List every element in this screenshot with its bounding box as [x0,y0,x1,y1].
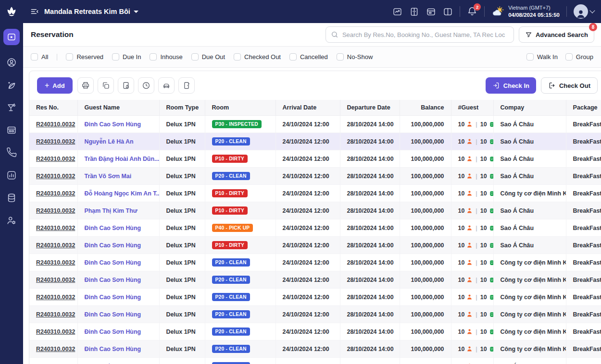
res-no-link[interactable]: R240310.0032 [36,173,75,180]
guest-name-link[interactable]: Đinh Cao Sơn Hùng [85,346,141,352]
res-no-link[interactable]: R240310.0032 [36,138,75,145]
sidebar-collapse-icon[interactable] [30,7,39,16]
sidebar-item-call-center[interactable] [6,147,17,158]
advanced-search-button[interactable]: Advanced Search 8 [519,26,594,43]
sidebar-item-food-beverage[interactable] [6,102,17,113]
column-header[interactable]: Departure Date [340,100,400,116]
filter-due-out[interactable]: Due Out [191,53,225,61]
guest-name-link[interactable]: Đinh Cao Sơn Hùng [85,294,141,301]
split-view-icon[interactable] [443,7,453,17]
filter-checked-out[interactable]: Checked Out [234,53,281,61]
column-header[interactable]: Res No. [29,100,77,116]
checkbox[interactable] [31,53,38,61]
column-header[interactable]: Package [566,100,601,116]
check-out-button[interactable]: Check Out [541,77,598,94]
check-in-button[interactable]: Check In [486,77,536,94]
guest-name-link[interactable]: Đinh Cao Sơn Hùng [85,121,141,128]
table-row[interactable]: R240310.0032 Đỗ Hoàng Ngọc Kim An T... D… [29,185,601,202]
table-row[interactable]: R240310.0032 Đinh Cao Sơn Hùng Delux 1PN… [29,254,601,271]
add-button[interactable]: + Add [37,77,73,94]
column-header[interactable]: #Guest [451,100,493,116]
guest-name-link[interactable]: Đinh Cao Sơn Hùng [85,242,141,249]
registration-card-button[interactable] [118,77,134,94]
res-no-link[interactable]: R240310.0032 [36,277,75,283]
checkbox[interactable] [289,53,297,61]
res-no-link[interactable]: R240310.0032 [36,294,75,301]
res-no-link[interactable]: R240310.0032 [36,207,75,214]
table-row[interactable]: R240310.0032 Phạm Thị Kim Thư Delux 1PN … [29,202,601,219]
notifications-button[interactable]: 2 [467,6,477,17]
guest-name-link[interactable]: Đinh Cao Sơn Hùng [85,225,141,231]
checkbox[interactable] [234,53,241,61]
sidebar-item-spa[interactable] [6,80,17,90]
filter-due-in[interactable]: Due In [112,53,141,61]
column-header[interactable]: Room Type [159,100,205,116]
cash-register-icon[interactable] [426,7,436,17]
guest-name-link[interactable]: Trần Đặng Hoài Anh Dũn... [85,156,160,162]
column-header[interactable]: Balance [400,100,451,116]
column-header[interactable]: Room [205,100,275,116]
sidebar-item-reports[interactable] [6,170,17,181]
door-status-button[interactable] [178,77,195,94]
sidebar-item-guest-profile[interactable] [6,57,17,68]
guest-name-link[interactable]: Đỗ Hoàng Ngọc Kim An T... [85,190,160,197]
sidebar-item-pos-terminal[interactable] [6,125,17,135]
filter-all[interactable]: All [31,53,48,61]
guest-name-link[interactable]: Nguyễn Lê Hà An [85,138,134,145]
activity-icon[interactable] [392,7,402,17]
res-no-link[interactable]: R240310.0032 [36,156,75,162]
building-icon[interactable] [409,7,419,17]
filter-group[interactable]: Group [565,53,593,61]
checkbox[interactable] [526,53,534,61]
checkbox[interactable] [112,53,119,61]
table-row[interactable]: R240310.0032 Đinh Cao Sơn Hùng Delux 1PN… [29,289,601,306]
res-no-link[interactable]: R240310.0032 [36,328,75,335]
guest-name-link[interactable]: Trần Võ Sơn Mai [85,173,132,180]
checkbox[interactable] [191,53,199,61]
sidebar-item-user-admin[interactable] [6,215,17,226]
column-header[interactable]: Guest Name [77,100,159,116]
res-no-link[interactable]: R240310.0032 [36,242,75,249]
column-header[interactable]: Compay [493,100,566,116]
res-no-link[interactable]: R240310.0032 [36,346,75,352]
transport-button[interactable] [158,77,175,94]
sidebar-item-front-desk[interactable] [3,29,20,45]
res-no-link[interactable]: R240310.0032 [36,311,75,318]
checkbox[interactable] [337,53,344,61]
table-row[interactable]: R240310.0032 Võ Thị Hồng Phúc Tâm Vân De… [29,358,601,364]
table-row[interactable]: R240310.0032 Trần Đặng Hoài Anh Dũn... D… [29,150,601,168]
table-row[interactable]: R240310.0032 Nguyễn Lê Hà An Delux 1PN P… [29,133,601,150]
filter-no-show[interactable]: No-Show [337,53,373,61]
filter-inhouse[interactable]: Inhouse [150,53,182,61]
property-selector[interactable]: Mandala Retreats Kim Bôi [44,8,138,15]
guest-name-link[interactable]: Đinh Cao Sơn Hùng [85,259,141,266]
filter-cancelled[interactable]: Cancelled [289,53,328,61]
res-no-link[interactable]: R240310.0032 [36,259,75,266]
table-row[interactable]: R240310.0032 Đinh Cao Sơn Hùng Delux 1PN… [29,271,601,289]
print-button[interactable] [77,77,94,94]
checkbox[interactable] [150,53,157,61]
checkbox[interactable] [565,53,573,61]
table-row[interactable]: R240310.0032 Đinh Cao Sơn Hùng Delux 1PN… [29,340,601,358]
filter-walk-in[interactable]: Walk In [526,53,558,61]
table-row[interactable]: R240310.0032 Đinh Cao Sơn Hùng Delux 1PN… [29,116,601,133]
user-menu[interactable] [574,4,594,19]
sidebar-item-cashier[interactable] [6,193,17,203]
filter-reserved[interactable]: Reserved [66,53,103,61]
guest-name-link[interactable]: Đinh Cao Sơn Hùng [85,328,141,335]
history-button[interactable] [138,77,154,94]
table-row[interactable]: R240310.0032 Đinh Cao Sơn Hùng Delux 1PN… [29,306,601,323]
table-row[interactable]: R240310.0032 Đinh Cao Sơn Hùng Delux 1PN… [29,219,601,237]
res-no-link[interactable]: R240310.0032 [36,225,75,231]
checkbox[interactable] [66,53,73,61]
copy-button[interactable] [98,77,114,94]
search-input[interactable] [342,31,509,38]
table-row[interactable]: R240310.0032 Đinh Cao Sơn Hùng Delux 1PN… [29,237,601,254]
guest-name-link[interactable]: Đinh Cao Sơn Hùng [85,311,141,318]
table-row[interactable]: R240310.0032 Trần Võ Sơn Mai Delux 1PN P… [29,168,601,185]
res-no-link[interactable]: R240310.0032 [36,190,75,197]
guest-name-link[interactable]: Đinh Cao Sơn Hùng [85,277,141,283]
res-no-link[interactable]: R240310.0032 [36,121,75,128]
table-row[interactable]: R240310.0032 Đinh Cao Sơn Hùng Delux 1PN… [29,323,601,340]
column-header[interactable]: Arrival Date [275,100,340,116]
